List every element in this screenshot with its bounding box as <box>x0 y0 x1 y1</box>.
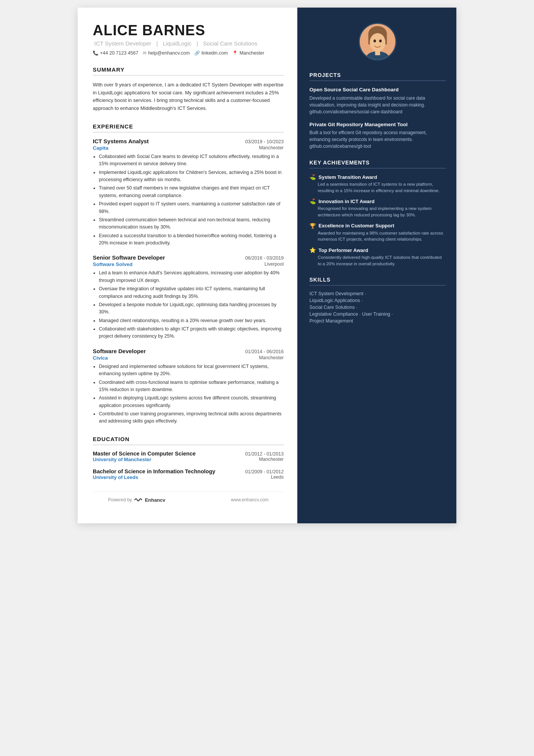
edu-0-header: Master of Science in Computer Science 01… <box>93 451 284 457</box>
candidate-name: ALICE BARNES <box>93 23 284 39</box>
job-1-bullets: Led a team to enhance Adult's Services a… <box>93 269 284 340</box>
achievement-0-title: System Transition Award <box>319 174 377 180</box>
job-0-header: ICT Systems Analyst 03/2019 - 10/2023 <box>93 138 284 144</box>
project-0-title: Open Source Social Care Dashboard <box>309 86 446 93</box>
footer-powered-label: Powered by <box>108 497 132 502</box>
achievement-2-header: 🏆 Excellence in Customer Support <box>309 223 446 229</box>
job-1-header: Senior Software Developer 06/2016 - 03/2… <box>93 254 284 261</box>
list-item: Assisted in deploying LiquidLogic system… <box>99 394 284 409</box>
job-1-dates: 06/2016 - 03/2019 <box>245 255 284 261</box>
list-item: Provided expert support to IT system use… <box>99 200 284 215</box>
edu-0-degree: Master of Science in Computer Science <box>93 451 242 457</box>
achievement-3-header: ⭐ Top Performer Award <box>309 247 446 253</box>
achievement-3: ⭐ Top Performer Award Consistently deliv… <box>309 247 446 267</box>
list-item: Designed and implemented software soluti… <box>99 363 284 378</box>
phone-number: +44 20 7123 4567 <box>100 50 138 56</box>
list-item: Managed client relationships, resulting … <box>99 317 284 324</box>
job-2-header: Software Developer 01/2014 - 06/2016 <box>93 348 284 354</box>
candidate-title: ICT System Developer | LiquidLogic | Soc… <box>93 40 284 47</box>
edu-0-sub: University of Manchester Manchester <box>93 457 284 462</box>
achievement-0-header: ⛳ System Transition Award <box>309 174 446 180</box>
job-1-title: Senior Software Developer <box>93 254 165 261</box>
job-2-sub: Civica Manchester <box>93 355 284 361</box>
job-2-location: Manchester <box>259 355 284 361</box>
achievements-section: KEY ACHIEVEMENTS ⛳ System Transition Awa… <box>309 160 446 267</box>
email-address: help@enhancv.com <box>148 50 190 56</box>
email-item: ✉ help@enhancv.com <box>143 50 190 56</box>
edu-0-location: Manchester <box>259 457 284 462</box>
list-item: Led a team to enhance Adult's Services a… <box>99 269 284 284</box>
list-item: Implemented LiquidLogic applications for… <box>99 169 284 184</box>
job-0-dates: 03/2019 - 10/2023 <box>245 139 284 144</box>
skills-list: ICT System Development · LiquidLogic App… <box>309 291 446 324</box>
linkedin-url: linkedin.com <box>201 50 228 56</box>
skills-section: SKILLS ICT System Development · LiquidLo… <box>309 277 446 324</box>
achievement-2: 🏆 Excellence in Customer Support Awarded… <box>309 223 446 243</box>
summary-text: With over 9 years of experience, I am a … <box>93 81 284 113</box>
project-0-desc: Developed a customisable dashboard for s… <box>309 95 446 115</box>
list-item: Executed a successful transition to a bl… <box>99 232 284 247</box>
skills-title: SKILLS <box>309 277 446 286</box>
achievement-3-icon: ⭐ <box>309 247 316 253</box>
email-icon: ✉ <box>143 50 147 56</box>
phone-icon: 📞 <box>93 50 98 56</box>
skill-3: Legislative Compliance · User Training · <box>309 311 446 317</box>
summary-section: SUMMARY With over 9 years of experience,… <box>93 66 284 113</box>
location-text: Manchester <box>239 50 264 56</box>
achievement-2-icon: 🏆 <box>309 223 316 229</box>
list-item: Collaborated with Social Care teams to d… <box>99 153 284 168</box>
skill-1: LiquidLogic Applications · <box>309 298 446 303</box>
education-section: EDUCATION Master of Science in Computer … <box>93 436 284 480</box>
achievement-1-icon: ⛳ <box>309 198 316 204</box>
edu-0-school: University of Manchester <box>93 457 151 462</box>
experience-title: EXPERIENCE <box>93 123 284 133</box>
achievement-1-desc: Recognised for innovating and implementi… <box>309 205 446 218</box>
location-icon: 📍 <box>232 50 238 56</box>
job-1: Senior Software Developer 06/2016 - 03/2… <box>93 254 284 340</box>
projects-title: PROJECTS <box>309 72 446 81</box>
list-item: Developed a bespoke module for LiquidLog… <box>99 301 284 316</box>
achievement-2-title: Excellence in Customer Support <box>319 223 394 229</box>
experience-section: EXPERIENCE ICT Systems Analyst 03/2019 -… <box>93 123 284 425</box>
achievement-1: ⛳ Innovation in ICT Award Recognised for… <box>309 198 446 218</box>
achievement-1-header: ⛳ Innovation in ICT Award <box>309 198 446 204</box>
edu-1-school: University of Leeds <box>93 474 138 480</box>
svg-point-5 <box>373 39 376 42</box>
job-0: ICT Systems Analyst 03/2019 - 10/2023 Ca… <box>93 138 284 247</box>
list-item: Trained over 50 staff members in new leg… <box>99 185 284 199</box>
project-1: Private Git Repository Management Tool B… <box>309 121 446 150</box>
edu-1: Bachelor of Science in Information Techn… <box>93 468 284 480</box>
achievement-0: ⛳ System Transition Award Led a seamless… <box>309 174 446 194</box>
edu-1-dates: 01/2009 - 01/2012 <box>245 469 284 474</box>
job-1-location: Liverpool <box>264 261 284 267</box>
edu-1-header: Bachelor of Science in Information Techn… <box>93 468 284 474</box>
list-item: Coordinated with cross-functional teams … <box>99 379 284 394</box>
avatar <box>359 23 397 61</box>
footer-website: www.enhancv.com <box>231 497 269 502</box>
job-1-company: Software Solved <box>93 261 133 267</box>
job-0-location: Manchester <box>259 145 284 151</box>
edu-0-dates: 01/2012 - 01/2013 <box>245 451 284 457</box>
linkedin-icon: 🔗 <box>194 50 200 56</box>
achievement-1-title: Innovation in ICT Award <box>319 199 375 204</box>
job-0-title: ICT Systems Analyst <box>93 138 149 144</box>
skill-2: Social Care Solutions · <box>309 305 446 310</box>
projects-section: PROJECTS Open Source Social Care Dashboa… <box>309 72 446 150</box>
linkedin-item: 🔗 linkedin.com <box>194 50 228 56</box>
footer-left: Powered by Enhancv <box>108 497 166 503</box>
svg-rect-8 <box>375 50 380 55</box>
achievements-title: KEY ACHIEVEMENTS <box>309 160 446 169</box>
skill-0: ICT System Development · <box>309 291 446 296</box>
phone-item: 📞 +44 20 7123 4567 <box>93 50 138 56</box>
list-item: Contributed to user training programmes,… <box>99 410 284 425</box>
job-2-title: Software Developer <box>93 348 146 354</box>
footer: Powered by Enhancv www.enhancv.com <box>93 491 284 508</box>
list-item: Streamlined communication between techni… <box>99 216 284 231</box>
achievement-2-desc: Awarded for maintaining a 98% customer s… <box>309 230 446 243</box>
svg-point-6 <box>379 39 382 42</box>
job-2-dates: 01/2014 - 06/2016 <box>245 349 284 354</box>
project-1-desc: Built a tool for efficient Git repositor… <box>309 129 446 150</box>
job-2-company: Civica <box>93 355 108 361</box>
achievement-3-desc: Consistently delivered high-quality ICT … <box>309 254 446 267</box>
header: ALICE BARNES ICT System Developer | Liqu… <box>93 23 284 56</box>
